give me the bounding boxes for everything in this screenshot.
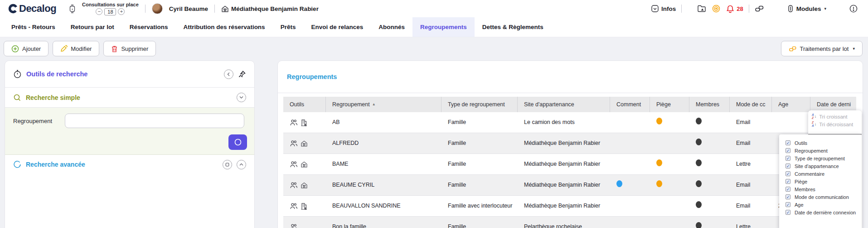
alerts-button[interactable] [849, 4, 858, 13]
row-name-cell: AB [326, 115, 441, 129]
collapse-section-button[interactable] [237, 93, 246, 102]
column-header[interactable]: Piège ▲ [650, 97, 689, 112]
library-icon [221, 5, 229, 13]
checkbox-checked-icon: ✓ [786, 171, 790, 176]
nav-tab[interactable]: Envoi de relances [303, 17, 371, 37]
table-row[interactable]: BEAUVALLON SANDRINE Famille avec interlo… [283, 196, 856, 217]
infos-button[interactable]: Infos [651, 5, 676, 13]
house-icon[interactable] [301, 182, 308, 189]
nav-tab[interactable]: Abonnés [371, 17, 412, 37]
sort-menu: AZ↓ Tri croissant ZA↓ Tri décroissant [808, 110, 862, 134]
simple-search-header[interactable]: Recherche simple [5, 88, 254, 108]
add-button[interactable]: Ajouter [4, 41, 48, 56]
collapse-panel-button[interactable] [224, 69, 233, 79]
pin-button[interactable] [238, 70, 246, 78]
column-toggle-item[interactable]: ✓ Date de dernière connexion [779, 208, 862, 216]
regroupement-field-label: Regroupement [13, 118, 58, 124]
family-icon[interactable] [290, 182, 298, 189]
notifications-button[interactable]: 28 [726, 5, 743, 13]
family-icon[interactable] [290, 223, 298, 228]
links-button[interactable] [755, 4, 764, 13]
family-icon[interactable] [290, 203, 298, 210]
row-type-cell: Famille avec interlocuteur [441, 199, 518, 213]
column-header[interactable]: Age ▲ [772, 97, 810, 112]
nav-tab[interactable]: Retours par lot [63, 17, 122, 37]
nav-tab[interactable]: Attribution des réservations [176, 17, 273, 37]
advanced-search-header[interactable]: Recherche avancée [5, 155, 254, 174]
column-header[interactable]: Membres ▲ [689, 97, 730, 112]
stop-section-button[interactable] [223, 160, 232, 169]
building-icon[interactable] [301, 119, 307, 126]
family-icon[interactable] [290, 119, 298, 126]
row-tools-cell [283, 179, 326, 192]
column-toggle-item[interactable]: ✓ Outils [779, 139, 862, 147]
nav-tab[interactable]: Réservations [122, 17, 176, 37]
chevron-down-icon [239, 95, 243, 99]
column-header[interactable]: Outils ▲ [283, 97, 326, 112]
app-logo[interactable]: Decalog [8, 3, 56, 15]
sort-descending-item[interactable]: ZA↓ Tri décroissant [808, 120, 862, 128]
chevron-left-icon [227, 72, 231, 76]
row-comment-cell [610, 198, 650, 213]
table-row[interactable]: ALFREDD Famille Médiathèque Benjamin Rab… [283, 133, 856, 154]
family-icon[interactable] [290, 140, 298, 147]
table-row[interactable]: BAME Famille Médiathèque Benjamin Rabier… [283, 154, 856, 175]
consultations-value[interactable]: 18 [104, 8, 116, 15]
sort-az-icon: AZ↓ [812, 114, 816, 119]
search-submit-button[interactable] [228, 134, 247, 150]
refresh-icon [13, 160, 21, 169]
link-icon [755, 4, 764, 13]
column-toggle-label: Outils [795, 140, 807, 146]
table-row[interactable]: AB Famille Le camion des mots Email [283, 112, 856, 133]
batch-actions-button[interactable]: Traitements par lot ▾ [781, 41, 863, 56]
delete-button[interactable]: Supprimer [103, 41, 156, 56]
column-header[interactable]: Site d'appartenance ▲ [518, 97, 610, 112]
column-toggle-label: Site d'appartenance [795, 164, 839, 169]
column-header[interactable]: Type de regroupement ▲ [441, 97, 518, 112]
table-row[interactable]: BEAUME CYRIL Famille Médiathèque Benjami… [283, 175, 856, 196]
table-row[interactable]: Bon la famille Famille Pelarthèque roche… [283, 217, 856, 228]
user-avatar[interactable] [152, 3, 163, 14]
nav-tab[interactable]: Regroupements [412, 17, 475, 37]
nav-tab[interactable]: Prêts [273, 17, 304, 37]
toolbar: Ajouter Modifier Supprimer [4, 41, 156, 56]
decrement-button[interactable]: − [96, 8, 102, 15]
column-toggle-item[interactable]: ✓ Mode de communication [779, 193, 862, 201]
increment-button[interactable]: + [118, 8, 125, 15]
column-toggle-item[interactable]: ✓ Age [779, 201, 862, 208]
nav-tab[interactable]: Dettes & Règlements [475, 17, 551, 37]
sort-ascending-item[interactable]: AZ↓ Tri croissant [808, 113, 862, 120]
column-toggle-item[interactable]: ✓ Piège [779, 178, 862, 185]
column-toggle-item[interactable]: ✓ Type de regroupement [779, 154, 862, 162]
modules-menu[interactable]: Modules ▾ [787, 5, 826, 13]
nav-tab[interactable]: Prêts - Retours [4, 17, 63, 37]
column-header[interactable]: Mode de cc ▲ [730, 97, 772, 112]
column-header[interactable]: Date de derni ▲ [810, 97, 856, 112]
documents-button[interactable] [697, 4, 706, 13]
row-name-cell: BEAUVALLON SANDRINE [326, 199, 441, 213]
column-toggle-item[interactable]: ✓ Membres [779, 185, 862, 193]
row-mode-cell: Email [730, 199, 772, 213]
expand-section-button[interactable] [237, 160, 246, 169]
current-site[interactable]: Médiathèque Benjamin Rabier [221, 5, 319, 13]
row-name-cell: ALFREDD [326, 136, 441, 150]
checkbox-checked-icon: ✓ [786, 179, 790, 184]
edit-button[interactable]: Modifier [53, 41, 99, 56]
stopwatch-icon [13, 69, 22, 79]
column-toggle-item[interactable]: ✓ Site d'appartenance [779, 162, 862, 170]
family-icon[interactable] [290, 161, 298, 168]
regroupements-panel: Regroupements Outils ▲ Regroupement ▲ Ty… [277, 60, 863, 228]
column-toggle-item[interactable]: ✓ Commentaire [779, 170, 862, 178]
column-toggle-item[interactable]: ✓ Regroupement [779, 147, 862, 154]
search-icon [234, 138, 242, 146]
house-icon[interactable] [301, 140, 308, 147]
building-icon[interactable] [301, 203, 307, 210]
column-header[interactable]: Comment ▲ [610, 97, 650, 112]
column-header[interactable]: Regroupement ▲ [326, 97, 441, 112]
row-type-cell: Famille [441, 178, 518, 192]
chevron-up-icon [239, 163, 243, 167]
regroupement-input[interactable] [65, 114, 244, 128]
row-name-cell: BAME [326, 157, 441, 171]
broadcast-button[interactable] [712, 4, 721, 13]
house-icon[interactable] [301, 161, 308, 168]
